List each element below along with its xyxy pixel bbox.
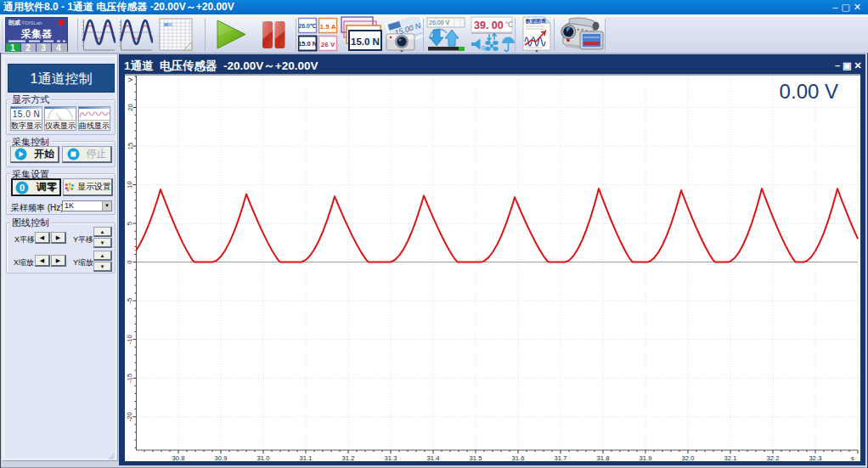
svg-text:-10: -10 bbox=[127, 335, 134, 344]
svg-text:31.7: 31.7 bbox=[555, 454, 567, 461]
svg-text:4: 4 bbox=[56, 43, 61, 53]
svg-text:10: 10 bbox=[127, 181, 134, 188]
svg-text:15: 15 bbox=[127, 143, 134, 149]
svg-text:31.4: 31.4 bbox=[427, 454, 440, 461]
svg-text:3: 3 bbox=[41, 43, 46, 53]
svg-text:32.1: 32.1 bbox=[724, 454, 737, 461]
svg-text:20: 20 bbox=[127, 104, 134, 110]
svg-text:s: s bbox=[851, 454, 854, 461]
svg-text:32.2: 32.2 bbox=[767, 454, 780, 461]
svg-text:0: 0 bbox=[482, 44, 486, 52]
svg-text:30.9: 30.9 bbox=[215, 454, 228, 461]
svg-text:15.0 N: 15.0 N bbox=[351, 37, 380, 47]
svg-text:31.1: 31.1 bbox=[300, 454, 313, 461]
svg-text:1: 1 bbox=[10, 43, 15, 53]
svg-text:39. 00: 39. 00 bbox=[474, 20, 504, 31]
svg-text:26 V: 26 V bbox=[321, 41, 335, 48]
svg-text:31.2: 31.2 bbox=[342, 454, 355, 461]
svg-text:26.00 V: 26.00 V bbox=[429, 20, 449, 25]
svg-text:26.0℃: 26.0℃ bbox=[298, 23, 317, 29]
svg-text:31.0: 31.0 bbox=[257, 454, 270, 461]
svg-text:5: 5 bbox=[127, 222, 134, 225]
svg-text:采集器: 采集器 bbox=[20, 28, 52, 40]
svg-text:-5: -5 bbox=[127, 298, 134, 304]
svg-text:15.0 N: 15.0 N bbox=[298, 40, 317, 48]
svg-text:℃: ℃ bbox=[504, 20, 513, 29]
svg-text:0: 0 bbox=[127, 260, 134, 263]
svg-text:30.8: 30.8 bbox=[172, 454, 185, 461]
svg-text:1.5 A: 1.5 A bbox=[320, 23, 336, 31]
svg-text:®DISLab: ®DISLab bbox=[21, 20, 42, 25]
svg-text:31.5: 31.5 bbox=[470, 454, 482, 461]
svg-text:32.0: 32.0 bbox=[682, 454, 695, 461]
svg-text:0: 0 bbox=[20, 183, 25, 193]
svg-text:朗威: 朗威 bbox=[8, 19, 20, 26]
svg-text:数据图表: 数据图表 bbox=[525, 18, 546, 25]
svg-text:2: 2 bbox=[25, 43, 31, 53]
svg-text:-15: -15 bbox=[127, 374, 134, 383]
svg-text:31.9: 31.9 bbox=[640, 454, 652, 461]
svg-text:31.6: 31.6 bbox=[512, 454, 525, 461]
svg-text:31.3: 31.3 bbox=[385, 454, 397, 461]
svg-text:-20: -20 bbox=[127, 412, 134, 421]
svg-text:32.3: 32.3 bbox=[809, 454, 822, 461]
svg-text:31.8: 31.8 bbox=[597, 454, 610, 461]
